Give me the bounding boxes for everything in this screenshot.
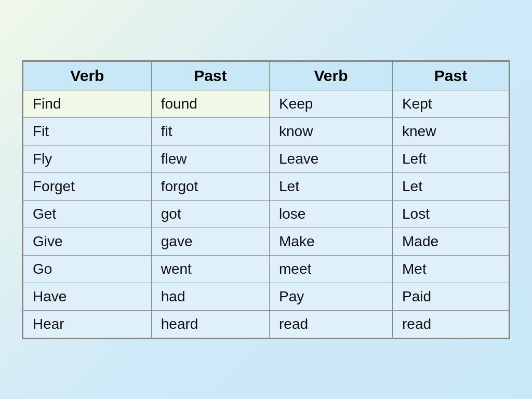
cell-r3-c0: Forget [23,172,152,200]
cell-r2-c0: Fly [23,145,152,172]
cell-r3-c1: forgot [151,172,269,200]
irregular-verbs-table: VerbPastVerbPast FindfoundKeepKeptFitfit… [23,61,509,338]
cell-r7-c3: Paid [393,283,509,310]
cell-r1-c2: know [269,117,392,145]
table-row: FindfoundKeepKept [23,90,509,117]
table-row: HavehadPayPaid [23,283,509,310]
cell-r4-c3: Lost [393,200,509,228]
cell-r0-c2: Keep [269,90,392,117]
cell-r4-c1: got [151,200,269,228]
verb-table-container: VerbPastVerbPast FindfoundKeepKeptFitfit… [22,60,510,339]
cell-r8-c0: Hear [23,310,152,338]
cell-r4-c2: lose [269,200,392,228]
cell-r0-c3: Kept [393,90,509,117]
cell-r5-c0: Give [23,228,152,255]
cell-r2-c1: flew [151,145,269,172]
header-col-0: Verb [23,61,152,90]
header-col-2: Verb [269,61,392,90]
cell-r7-c2: Pay [269,283,392,310]
table-row: FlyflewLeaveLeft [23,145,509,172]
table-row: GetgotloseLost [23,200,509,228]
header-col-3: Past [393,61,509,90]
cell-r0-c0: Find [23,90,152,117]
cell-r6-c2: meet [269,255,392,283]
table-row: Fitfitknowknew [23,117,509,145]
cell-r6-c3: Met [393,255,509,283]
header-col-1: Past [151,61,269,90]
cell-r7-c0: Have [23,283,152,310]
cell-r2-c3: Left [393,145,509,172]
cell-r5-c3: Made [393,228,509,255]
cell-r5-c1: gave [151,228,269,255]
table-row: Hearheardreadread [23,310,509,338]
cell-r1-c3: knew [393,117,509,145]
cell-r3-c2: Let [269,172,392,200]
table-body: FindfoundKeepKeptFitfitknowknewFlyflewLe… [23,90,509,338]
cell-r7-c1: had [151,283,269,310]
cell-r8-c1: heard [151,310,269,338]
cell-r8-c2: read [269,310,392,338]
cell-r6-c0: Go [23,255,152,283]
cell-r1-c1: fit [151,117,269,145]
cell-r0-c1: found [151,90,269,117]
cell-r3-c3: Let [393,172,509,200]
table-row: ForgetforgotLetLet [23,172,509,200]
table-row: GivegaveMakeMade [23,228,509,255]
cell-r5-c2: Make [269,228,392,255]
cell-r4-c0: Get [23,200,152,228]
table-header-row: VerbPastVerbPast [23,61,509,90]
cell-r6-c1: went [151,255,269,283]
cell-r1-c0: Fit [23,117,152,145]
cell-r2-c2: Leave [269,145,392,172]
cell-r8-c3: read [393,310,509,338]
table-row: GowentmeetMet [23,255,509,283]
